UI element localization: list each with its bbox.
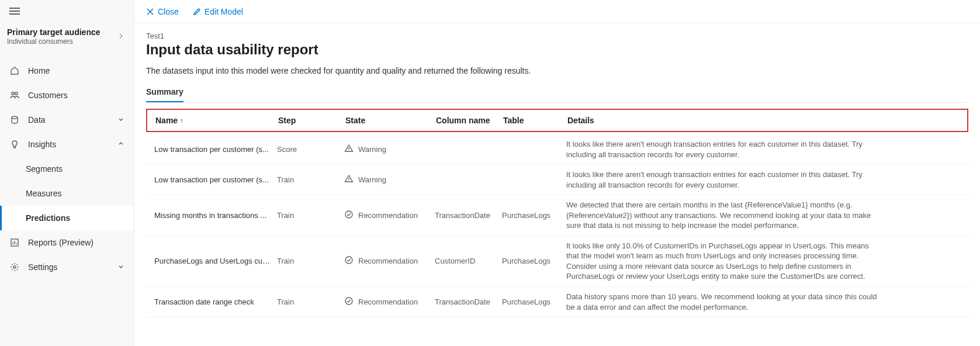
grid-header: Name ↑ Step State Column name Table Deta…: [146, 109, 968, 132]
col-header-column[interactable]: Column name: [436, 116, 503, 125]
check-icon: [344, 296, 354, 307]
nav-label: Home: [28, 66, 50, 75]
edit-model-button[interactable]: Edit Model: [193, 7, 243, 16]
warning-icon: [344, 174, 354, 185]
tab-summary[interactable]: Summary: [146, 84, 183, 102]
grid-body: Low transaction per customer (s...ScoreW…: [146, 134, 968, 317]
svg-point-5: [345, 211, 352, 218]
nav-label: Measures: [26, 189, 61, 198]
customers-icon: [9, 91, 20, 100]
cell-name: Missing months in transactions ...: [154, 211, 277, 220]
cell-state: Warning: [344, 174, 435, 185]
nav-label: Segments: [26, 164, 63, 174]
data-icon: [9, 115, 20, 124]
home-icon: [9, 66, 20, 75]
svg-point-4: [13, 266, 16, 268]
nav-label: Settings: [28, 262, 58, 272]
cell-column: TransactionDate: [435, 211, 502, 220]
cell-state: Warning: [344, 144, 435, 155]
toolbar: Close Edit Model: [134, 0, 980, 23]
reports-icon: [9, 238, 20, 247]
content: Test1 Input data usability report The da…: [134, 23, 980, 317]
cell-state: Recommendation: [344, 210, 435, 221]
cell-details: We detected that there are certain month…: [566, 200, 962, 231]
nav-label: Reports (Preview): [28, 238, 94, 247]
audience-subtitle: Individual consumers: [7, 37, 101, 47]
nav-item-data[interactable]: Data: [0, 108, 134, 132]
cell-step: Score: [277, 145, 344, 154]
nav-item-segments[interactable]: Segments: [0, 157, 134, 181]
nav-item-settings[interactable]: Settings: [0, 255, 134, 279]
state-label: Warning: [358, 145, 386, 154]
nav-item-insights[interactable]: Insights: [0, 132, 134, 157]
close-label: Close: [158, 7, 179, 16]
cell-column: CustomerID: [435, 257, 502, 265]
nav-item-measures[interactable]: Measures: [0, 181, 134, 206]
cell-step: Train: [277, 175, 344, 184]
table-row[interactable]: Low transaction per customer (s...TrainW…: [146, 165, 968, 195]
cell-name: Low transaction per customer (s...: [154, 175, 277, 184]
cell-details: Data history spans more than 10 years. W…: [566, 292, 962, 312]
svg-point-1: [15, 92, 18, 95]
hamburger-icon[interactable]: [0, 2, 134, 22]
table-row[interactable]: Low transaction per customer (s...ScoreW…: [146, 134, 968, 165]
nav-label: Customers: [28, 91, 68, 100]
state-label: Recommendation: [358, 297, 418, 306]
page-title: Input data usability report: [146, 41, 968, 58]
cell-details: It looks like there aren't enough transa…: [566, 139, 962, 160]
audience-title: Primary target audience: [7, 27, 101, 37]
check-icon: [344, 255, 354, 267]
chevron-up-icon: [117, 140, 124, 149]
state-label: Recommendation: [358, 257, 418, 265]
nav-item-home[interactable]: Home: [0, 58, 134, 83]
cell-state: Recommendation: [344, 296, 435, 307]
nav-label: Data: [28, 115, 46, 124]
audience-selector[interactable]: Primary target audience Individual consu…: [0, 22, 134, 55]
close-button[interactable]: Close: [146, 7, 179, 16]
cell-details: It looks like there aren't enough transa…: [566, 169, 962, 190]
check-icon: [344, 210, 354, 221]
svg-point-7: [345, 297, 352, 305]
cell-details: It looks like only 10.0% of CustomerIDs …: [566, 241, 962, 282]
sidebar: Primary target audience Individual consu…: [0, 0, 134, 346]
page-description: The datasets input into this model were …: [146, 66, 968, 75]
cell-table: PurchaseLogs: [502, 211, 566, 220]
nav-item-customers[interactable]: Customers: [0, 83, 134, 108]
nav-item-reports[interactable]: Reports (Preview): [0, 230, 134, 255]
cell-table: PurchaseLogs: [502, 257, 566, 265]
svg-point-2: [12, 116, 18, 119]
usability-grid: Name ↑ Step State Column name Table Deta…: [146, 109, 968, 317]
chevron-right-icon: [117, 32, 124, 41]
table-row[interactable]: Missing months in transactions ...TrainR…: [146, 195, 968, 236]
table-row[interactable]: PurchaseLogs and UserLogs cus...TrainRec…: [146, 236, 968, 287]
col-header-details[interactable]: Details: [567, 116, 961, 125]
state-label: Warning: [358, 175, 386, 184]
chevron-down-icon: [117, 262, 124, 272]
nav-label: Predictions: [26, 213, 70, 223]
col-header-name[interactable]: Name ↑: [155, 116, 278, 125]
insights-icon: [9, 140, 20, 149]
cell-step: Train: [277, 211, 344, 220]
state-label: Recommendation: [358, 211, 418, 220]
table-row[interactable]: Transaction date range checkTrainRecomme…: [146, 287, 968, 317]
sort-asc-icon: ↑: [180, 117, 183, 124]
svg-point-6: [345, 257, 352, 264]
svg-point-0: [12, 92, 14, 95]
cell-column: TransactionDate: [435, 297, 502, 306]
warning-icon: [344, 144, 354, 155]
main: Close Edit Model Test1 Input data usabil…: [134, 0, 980, 346]
cell-table: PurchaseLogs: [502, 297, 566, 306]
col-header-name-label: Name: [155, 116, 178, 125]
cell-step: Train: [277, 257, 344, 265]
nav-label: Insights: [28, 140, 56, 149]
nav: Home Customers Data Insights Segments Me…: [0, 58, 134, 279]
edit-label: Edit Model: [205, 7, 243, 16]
col-header-table[interactable]: Table: [503, 116, 567, 125]
tabs: Summary: [146, 84, 968, 103]
gear-icon: [9, 262, 20, 272]
cell-name: Low transaction per customer (s...: [154, 145, 277, 154]
col-header-step[interactable]: Step: [278, 116, 345, 125]
nav-item-predictions[interactable]: Predictions: [0, 206, 134, 230]
breadcrumb: Test1: [146, 32, 968, 40]
col-header-state[interactable]: State: [345, 116, 436, 125]
